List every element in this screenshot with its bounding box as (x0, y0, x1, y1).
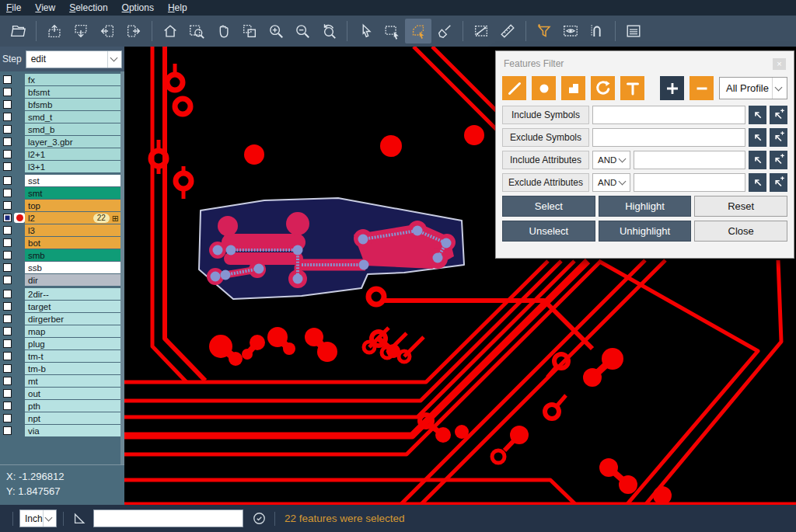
layer-label[interactable]: sst (25, 175, 120, 186)
layer-label[interactable]: mt (25, 375, 120, 387)
layer-row-smd_b[interactable]: smd_b (0, 123, 124, 135)
menu-help[interactable]: Help (168, 2, 187, 13)
layer-row-sst[interactable]: sst (0, 175, 124, 186)
home-view-button[interactable] (157, 19, 183, 43)
layer-label[interactable]: plug (25, 338, 120, 349)
layer-checkbox[interactable] (3, 226, 12, 235)
step-select[interactable]: edit (26, 50, 122, 68)
pick-add-symbol-button[interactable] (770, 128, 787, 147)
pick-attribute-button[interactable] (749, 151, 766, 169)
layer-label[interactable]: 2dir-- (25, 288, 120, 300)
include-attributes-and-select[interactable]: AND (592, 151, 630, 169)
close-icon[interactable]: × (773, 58, 786, 70)
layer-checkbox[interactable] (3, 238, 12, 247)
layer-label[interactable]: smb (25, 249, 120, 261)
layer-row-l2+1[interactable]: l2+1 (0, 148, 124, 160)
layer-label[interactable]: smt (25, 187, 120, 199)
include-attributes-input[interactable] (634, 151, 745, 169)
exclude-symbols-input[interactable] (592, 128, 745, 147)
text-tool-button[interactable] (620, 76, 644, 100)
layer-checkbox[interactable] (3, 251, 12, 259)
exclude-attributes-button[interactable]: Exclude Attributes (502, 173, 589, 192)
reset-button[interactable]: Reset (694, 196, 787, 217)
layer-row-dir[interactable]: dir (0, 274, 124, 286)
measure-points-button[interactable] (468, 19, 494, 43)
arc-tool-button[interactable] (591, 76, 615, 100)
open-folder-button[interactable] (5, 19, 31, 43)
layer-row-layer_3.gbr[interactable]: layer_3.gbr (0, 136, 124, 148)
layer-row-pth[interactable]: pth (0, 400, 124, 412)
close-button[interactable]: Close (694, 221, 787, 242)
layer-row-ssb[interactable]: ssb (0, 262, 124, 273)
pick-add-attribute-button[interactable] (770, 151, 787, 169)
layer-row-smd_t[interactable]: smd_t (0, 111, 124, 123)
layer-label[interactable]: via (25, 425, 120, 436)
pan-up-button[interactable] (41, 19, 68, 43)
layer-row-fx[interactable]: fx (0, 74, 124, 85)
layer-checkbox[interactable] (3, 137, 12, 146)
pan-left-button[interactable] (94, 19, 120, 43)
layer-checkbox[interactable] (3, 75, 12, 84)
layer-row-dirgerber[interactable]: dirgerber (0, 313, 124, 325)
layer-checkbox[interactable] (3, 214, 12, 222)
layer-row-l2[interactable]: l222⊞ (0, 212, 124, 224)
layer-row-bot[interactable]: bot (0, 237, 124, 249)
layer-label[interactable]: pth (25, 400, 120, 412)
include-symbols-button[interactable]: Include Symbols (502, 106, 589, 124)
layer-row-map[interactable]: map (0, 325, 124, 337)
layer-checkbox[interactable] (3, 377, 12, 385)
layer-label[interactable]: npt (25, 412, 120, 424)
pick-add-attribute-button[interactable] (770, 173, 787, 192)
exclude-attributes-input[interactable] (634, 173, 745, 192)
ruler-button[interactable] (494, 19, 521, 43)
zoom-out-button[interactable] (289, 19, 316, 43)
pan-hand-button[interactable] (210, 19, 236, 43)
dialog-titlebar[interactable]: Features Filter × (496, 51, 794, 73)
unselect-button[interactable]: Unselect (502, 221, 595, 242)
zoom-area-button[interactable] (183, 19, 210, 43)
layer-row-smt[interactable]: smt (0, 187, 124, 199)
line-tool-button[interactable] (502, 76, 526, 100)
layer-row-tm-t[interactable]: tm-t (0, 350, 124, 362)
history-check-button[interactable] (250, 509, 268, 528)
layer-label[interactable]: tm-b (25, 363, 120, 374)
pan-down-button[interactable] (68, 19, 94, 43)
layer-label[interactable]: l3 (25, 224, 120, 236)
layer-row-smb[interactable]: smb (0, 249, 124, 261)
layer-row-out[interactable]: out (0, 388, 124, 399)
pad-tool-button[interactable] (532, 76, 556, 100)
layer-row-tm-b[interactable]: tm-b (0, 363, 124, 374)
command-input[interactable] (93, 509, 243, 527)
layer-checkbox[interactable] (3, 201, 12, 210)
layer-checkbox[interactable] (3, 100, 12, 109)
layer-label[interactable]: layer_3.gbr (25, 136, 120, 148)
view-box-eye-button[interactable] (557, 19, 584, 43)
layer-label[interactable]: target (25, 301, 120, 312)
layer-label[interactable]: smd_t (25, 111, 120, 123)
include-attributes-button[interactable]: Include Attributes (502, 151, 589, 169)
layer-label[interactable]: bot (25, 237, 120, 249)
layer-checkbox[interactable] (3, 302, 12, 311)
pick-attribute-button[interactable] (749, 173, 766, 192)
menu-options[interactable]: Options (122, 2, 154, 13)
layer-label[interactable]: bfsmb (25, 99, 120, 110)
layer-label[interactable]: l3+1 (25, 161, 120, 172)
unit-select[interactable]: Inch (19, 509, 57, 527)
layer-row-top[interactable]: top (0, 200, 124, 211)
layer-checkbox[interactable] (3, 176, 12, 185)
layer-row-mt[interactable]: mt (0, 375, 124, 387)
layer-label[interactable]: fx (25, 74, 120, 85)
layer-checkbox[interactable] (3, 389, 12, 398)
polygon-select-button[interactable] (405, 19, 431, 43)
add-filter-button[interactable] (660, 76, 684, 100)
pan-right-button[interactable] (120, 19, 147, 43)
layer-label[interactable]: l2+1 (25, 148, 120, 160)
layer-label[interactable]: top (25, 200, 120, 211)
angle-measure-button[interactable] (70, 509, 89, 528)
highlight-button[interactable]: Highlight (599, 196, 692, 217)
layer-checkbox[interactable] (3, 426, 12, 435)
pick-symbol-button[interactable] (749, 106, 766, 124)
menu-file[interactable]: File (6, 2, 21, 13)
layer-row-l3[interactable]: l3 (0, 224, 124, 236)
layer-checkbox[interactable] (3, 402, 12, 410)
